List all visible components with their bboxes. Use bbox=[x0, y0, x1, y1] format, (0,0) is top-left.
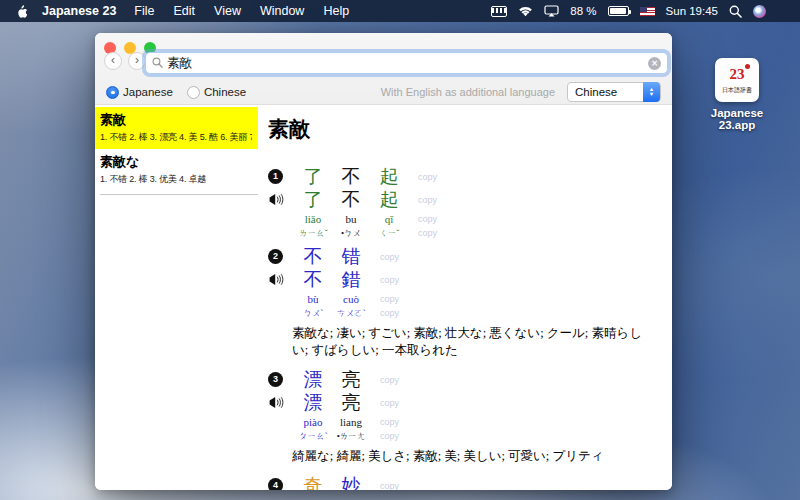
hanzi-cell: 起 bbox=[370, 187, 408, 213]
definition-text: 素敵な; 凄い; すごい; 素敵; 壮大な; 悪くない; クール; 素晴らしい;… bbox=[292, 325, 654, 359]
result-title: 素敵な bbox=[100, 153, 252, 171]
search-icon bbox=[152, 54, 163, 72]
battery-icon[interactable] bbox=[608, 6, 629, 16]
zhuyin-cell: •ㄅㄨ bbox=[332, 227, 370, 240]
hanzi-cell: 了 bbox=[294, 187, 332, 213]
copy-link[interactable]: copy bbox=[380, 481, 399, 491]
entry-number: 4 bbox=[268, 478, 294, 490]
entry-number-badge: 1 bbox=[268, 169, 283, 184]
desktop-app-icon[interactable]: 23 日本語辞書 Japanese 23.app bbox=[701, 58, 773, 131]
language-bar: Japanese Chinese With English as additio… bbox=[95, 79, 672, 105]
forward-button[interactable]: › bbox=[128, 52, 146, 70]
sidebar-divider bbox=[100, 194, 258, 195]
pinyin-cell: bu bbox=[332, 213, 370, 225]
copy-link[interactable]: copy bbox=[380, 275, 399, 285]
sidebar-list: 素敵1. 不错 2. 棒 3. 漂亮 4. 美 5. 酷 6. 美丽 7. 妩素… bbox=[95, 107, 258, 191]
speaker-icon[interactable] bbox=[268, 273, 294, 286]
siri-icon[interactable] bbox=[753, 5, 766, 18]
hanzi-cell: 不 bbox=[332, 187, 370, 213]
additional-language-select[interactable]: Chinese ▲▼ bbox=[567, 82, 661, 102]
app-icon-number: 23 bbox=[715, 58, 759, 83]
entry-number-badge: 3 bbox=[268, 372, 283, 387]
app-icon-red-dot bbox=[745, 64, 750, 69]
zhuyin-cell: ㄅㄨˋ bbox=[294, 307, 332, 320]
search-field[interactable]: ✕ bbox=[145, 52, 668, 74]
result-title: 素敵 bbox=[100, 111, 252, 129]
hanzi-cell: 錯 bbox=[332, 267, 370, 293]
additional-language-hint: With English as additional language bbox=[381, 86, 555, 98]
copy-link[interactable]: copy bbox=[380, 417, 399, 427]
pinyin-cell: liǎo bbox=[294, 213, 332, 225]
back-button[interactable]: ‹ bbox=[104, 52, 122, 70]
radio-japanese-label[interactable]: Japanese bbox=[123, 86, 173, 98]
pinyin-cell: cuò bbox=[332, 293, 370, 305]
notification-center-icon[interactable] bbox=[777, 6, 790, 16]
radio-japanese[interactable] bbox=[106, 86, 119, 99]
copy-link[interactable]: copy bbox=[380, 308, 399, 318]
menubar-status: 88 % Sun 19:45 bbox=[491, 5, 790, 18]
zhuyin-cell: ㄆㄧㄠˋ bbox=[294, 430, 332, 443]
desktop-icon-label: Japanese 23.app bbox=[701, 107, 773, 131]
apple-menu-icon[interactable] bbox=[12, 4, 28, 19]
sidebar-result-item[interactable]: 素敵1. 不错 2. 棒 3. 漂亮 4. 美 5. 酷 6. 美丽 7. 妩 bbox=[95, 107, 258, 149]
copy-link[interactable]: copy bbox=[380, 294, 399, 304]
japanese23-app-icon[interactable]: 23 日本語辞書 bbox=[715, 58, 759, 102]
wifi-icon[interactable] bbox=[518, 6, 533, 17]
copy-link[interactable]: copy bbox=[418, 214, 437, 224]
search-input[interactable] bbox=[167, 56, 648, 70]
battery-percent: 88 % bbox=[570, 5, 596, 17]
additional-language-value: Chinese bbox=[575, 86, 617, 98]
zhuyin-cell: ㄌㄧㄠˇ bbox=[294, 227, 332, 240]
entry-number: 1 bbox=[268, 169, 294, 184]
menu-bar: Japanese 23 FileEditViewWindowHelp 88 % … bbox=[0, 0, 800, 22]
speaker-icon[interactable] bbox=[268, 396, 294, 409]
hanzi-cell: 妙 bbox=[332, 473, 370, 491]
hanzi-cell: 亮 bbox=[332, 390, 370, 416]
pinyin-cell: liang bbox=[332, 416, 370, 428]
clear-search-icon[interactable]: ✕ bbox=[648, 57, 661, 70]
menu-edit[interactable]: Edit bbox=[174, 4, 196, 18]
us-flag-icon[interactable] bbox=[640, 7, 655, 16]
dictionary-window: ‹ › ✕ Japanese Chinese With English as a… bbox=[95, 33, 672, 490]
menu-view[interactable]: View bbox=[214, 4, 241, 18]
zhuyin-cell: ㄘㄨㄛˋ bbox=[332, 307, 370, 320]
entry-number: 3 bbox=[268, 372, 294, 387]
menu-window[interactable]: Window bbox=[260, 4, 304, 18]
copy-link[interactable]: copy bbox=[380, 398, 399, 408]
active-app-name[interactable]: Japanese 23 bbox=[42, 4, 116, 18]
copy-link[interactable]: copy bbox=[380, 252, 399, 262]
entry-blocks: 1了不起copy了不起copyliǎobuqǐcopyㄌㄧㄠˇ•ㄅㄨㄑㄧˇcop… bbox=[268, 165, 666, 490]
dictionary-entry-4: 4奇妙copy奇妙copyqímiàocopy bbox=[268, 474, 666, 490]
speaker-icon[interactable] bbox=[268, 193, 294, 206]
app-icon-caption: 日本語辞書 bbox=[715, 86, 759, 95]
radio-chinese-label[interactable]: Chinese bbox=[204, 86, 246, 98]
airplay-display-icon[interactable] bbox=[544, 5, 559, 17]
copy-link[interactable]: copy bbox=[380, 431, 399, 441]
input-source-icon[interactable] bbox=[491, 6, 507, 17]
sidebar-result-item[interactable]: 素敵な1. 不错 2. 棒 3. 优美 4. 卓越 bbox=[95, 149, 258, 191]
hanzi-cell: 奇 bbox=[294, 473, 332, 491]
entry-number-badge: 4 bbox=[268, 478, 283, 490]
entry-pane: 素敵 1了不起copy了不起copyliǎobuqǐcopyㄌㄧㄠˇ•ㄅㄨㄑㄧˇ… bbox=[258, 105, 672, 490]
copy-link[interactable]: copy bbox=[418, 228, 437, 238]
menubar-menus: FileEditViewWindowHelp bbox=[134, 4, 349, 18]
entry-number: 2 bbox=[268, 249, 294, 264]
menu-help[interactable]: Help bbox=[323, 4, 349, 18]
window-chrome: ‹ › ✕ Japanese Chinese With English as a… bbox=[95, 33, 672, 105]
zhuyin-cell: •ㄌㄧㄤ bbox=[332, 430, 370, 443]
pinyin-cell: bù bbox=[294, 293, 332, 305]
pinyin-cell: qǐ bbox=[370, 213, 408, 225]
result-subtitle: 1. 不错 2. 棒 3. 漂亮 4. 美 5. 酷 6. 美丽 7. 妩 bbox=[100, 131, 252, 144]
entry-number-badge: 2 bbox=[268, 249, 283, 264]
menubar-clock[interactable]: Sun 19:45 bbox=[666, 5, 718, 17]
dictionary-entry-1: 1了不起copy了不起copyliǎobuqǐcopyㄌㄧㄠˇ•ㄅㄨㄑㄧˇcop… bbox=[268, 165, 666, 240]
radio-chinese[interactable] bbox=[187, 86, 200, 99]
result-subtitle: 1. 不错 2. 棒 3. 优美 4. 卓越 bbox=[100, 173, 252, 186]
chevron-up-down-icon: ▲▼ bbox=[643, 82, 660, 102]
copy-link[interactable]: copy bbox=[418, 172, 437, 182]
menu-file[interactable]: File bbox=[134, 4, 154, 18]
copy-link[interactable]: copy bbox=[380, 375, 399, 385]
copy-link[interactable]: copy bbox=[418, 195, 437, 205]
spotlight-icon[interactable] bbox=[729, 5, 742, 18]
dictionary-entry-3: 3漂亮copy漂亮copypiàoliangcopyㄆㄧㄠˋ•ㄌㄧㄤcopy bbox=[268, 368, 666, 443]
